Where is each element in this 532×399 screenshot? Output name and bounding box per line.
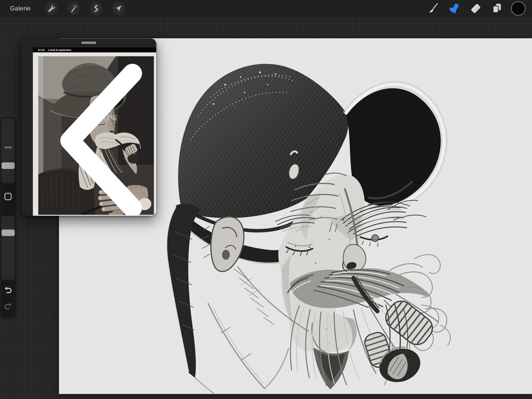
smudge-finger-icon — [449, 2, 460, 15]
reference-drag-handle[interactable] — [81, 42, 96, 44]
transform-button[interactable] — [112, 2, 125, 15]
redo-button[interactable] — [4, 302, 12, 310]
layers-button[interactable] — [486, 0, 508, 17]
color-swatch[interactable] — [511, 1, 526, 16]
redo-icon — [4, 302, 12, 310]
undo-button[interactable] — [4, 286, 12, 294]
brush-sidebar — [0, 118, 16, 317]
transform-arrow-icon — [114, 4, 123, 13]
paint-tool-button[interactable] — [423, 0, 444, 17]
status-time: 21:22 — [38, 49, 45, 51]
selection-button[interactable] — [90, 2, 102, 15]
smudge-tool-button[interactable] — [444, 0, 465, 17]
actions-button[interactable] — [45, 2, 57, 15]
magic-wand-icon — [70, 4, 78, 13]
reference-window[interactable]: 21:22 Lundi 8 septembre — [21, 38, 156, 216]
opacity-handle[interactable] — [1, 229, 15, 236]
reference-content: 21:22 Lundi 8 septembre — [33, 47, 156, 216]
adjustments-button[interactable] — [68, 2, 80, 15]
reference-photo — [33, 52, 156, 216]
undo-icon — [4, 286, 12, 294]
toolbar-right-group — [423, 0, 532, 17]
modify-button[interactable] — [4, 193, 12, 200]
opacity-slider[interactable] — [1, 215, 15, 280]
reference-status-bar: 21:22 Lundi 8 septembre — [33, 47, 156, 52]
selection-s-icon — [92, 4, 100, 13]
back-chevron-icon — [37, 59, 156, 216]
eraser-icon — [470, 2, 481, 14]
gallery-button[interactable]: Galerie — [10, 5, 31, 12]
top-toolbar: Galerie — [0, 0, 532, 17]
layers-icon — [492, 3, 502, 14]
wrench-icon — [47, 4, 55, 13]
brush-size-handle[interactable] — [1, 162, 15, 169]
paintbrush-icon — [428, 2, 439, 14]
brush-size-tick — [4, 146, 12, 148]
workspace-background: 21:22 Lundi 8 septembre — [0, 17, 532, 399]
toolbar-left-group: Galerie — [0, 2, 130, 15]
procreate-screen: Galerie — [0, 0, 532, 399]
erase-tool-button[interactable] — [465, 0, 486, 17]
brush-size-slider[interactable] — [1, 118, 15, 183]
status-date: Lundi 8 septembre — [48, 49, 71, 51]
